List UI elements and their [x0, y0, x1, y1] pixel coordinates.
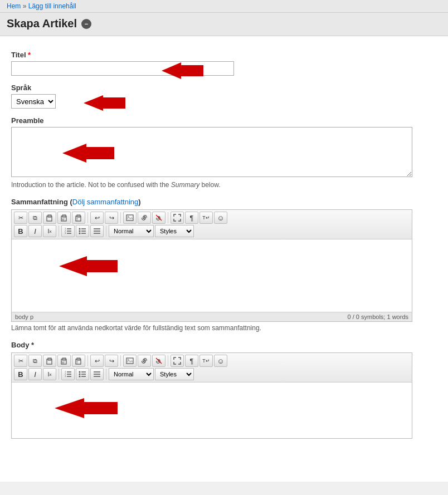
styles-select-2[interactable]: Styles [155, 368, 194, 380]
page-header: Skapa Artikel − [0, 13, 448, 36]
format-select-2[interactable]: Normal Heading 1 Heading 2 Heading 3 [109, 368, 154, 380]
body-toolbar-row2: B I Ix 123 Normal H [14, 368, 410, 380]
svg-point-25 [79, 233, 81, 234]
breadcrumb: Hem » Lägg till innehåll [0, 0, 448, 13]
sammanfattning-toolbar: ✂ ⧉ W T ↩ ↪ [12, 210, 412, 239]
paste-plain-button-2[interactable]: T [72, 355, 85, 367]
sammanfattning-statusbar: body p 0 / 0 symbols; 1 words [12, 312, 412, 321]
show-borders-button[interactable]: T↵ [199, 212, 213, 224]
svg-rect-33 [62, 358, 66, 360]
preamble-hint: Introduction to the article. Not to be c… [11, 181, 437, 189]
svg-rect-6 [62, 215, 66, 217]
remove-format-button-2[interactable]: Ix [43, 368, 56, 380]
paste-word-button-2[interactable]: W [57, 355, 71, 367]
svg-rect-11 [126, 215, 133, 220]
body-arrow [48, 398, 120, 418]
cut-button[interactable]: ✂ [14, 212, 27, 224]
body-toolbar1-sep3 [168, 355, 168, 366]
svg-rect-31 [48, 358, 51, 360]
bold-button-2[interactable]: B [14, 368, 27, 380]
redo-button[interactable]: ↪ [105, 212, 118, 224]
ordered-list-button-2[interactable]: 123 [61, 368, 75, 380]
svg-rect-9 [77, 215, 80, 217]
svg-marker-0 [162, 62, 203, 79]
link-button[interactable] [138, 212, 151, 224]
svg-marker-29 [59, 256, 118, 276]
body-required: * [30, 341, 35, 349]
emoji-button[interactable]: ☺ [214, 212, 227, 224]
svg-text:3: 3 [65, 375, 66, 378]
unlink-button-2[interactable] [152, 355, 165, 367]
paste-button[interactable] [43, 212, 56, 224]
show-blocks-button-2[interactable]: ¶ [185, 355, 198, 367]
toolbar2-sep2 [106, 226, 106, 237]
breadcrumb-home[interactable]: Hem [7, 2, 21, 10]
show-borders-button-2[interactable]: T↵ [199, 355, 213, 367]
paste-button-2[interactable] [43, 355, 56, 367]
sammanfattning-word-count: 0 / 0 symbols; 1 words [348, 313, 408, 320]
unlink-button[interactable] [152, 212, 165, 224]
sammanfattning-editor: ✂ ⧉ W T ↩ ↪ [11, 209, 412, 322]
svg-point-50 [79, 371, 81, 373]
unordered-list-button-2[interactable] [76, 368, 89, 380]
titel-required: * [26, 51, 31, 59]
svg-rect-38 [126, 358, 133, 364]
sprak-select[interactable]: Svenska English Deutsch [11, 94, 56, 109]
copy-button-2[interactable]: ⧉ [28, 355, 42, 367]
undo-button[interactable]: ↩ [90, 212, 104, 224]
undo-button-2[interactable]: ↩ [90, 355, 104, 367]
breadcrumb-parent[interactable]: Lägg till innehåll [28, 2, 76, 10]
svg-text:W: W [62, 218, 65, 221]
italic-button-2[interactable]: I [28, 368, 42, 380]
body-section: Body * ✂ ⧉ W T [11, 341, 437, 439]
preamble-arrow [56, 144, 117, 163]
show-blocks-button[interactable]: ¶ [185, 212, 198, 224]
paste-word-button[interactable]: W [57, 212, 71, 224]
body-title: Body * [11, 341, 437, 349]
page-title: Skapa Artikel [7, 17, 77, 30]
body-toolbar1-sep1 [87, 355, 88, 366]
preamble-field-group: Preamble Introduction to the article. No… [11, 116, 437, 189]
body-toolbar2-sep1 [59, 369, 59, 380]
svg-text:T: T [76, 218, 78, 221]
preamble-label: Preamble [11, 116, 437, 125]
align-button-1[interactable] [90, 225, 104, 237]
sammanfattning-tags: body p [15, 313, 33, 320]
image-button[interactable] [123, 212, 137, 224]
body-toolbar2-sep2 [106, 369, 106, 380]
image-button-2[interactable] [123, 355, 137, 367]
sammanfattning-toggle[interactable]: Dölj sammanfattning [72, 198, 139, 206]
bold-button-1[interactable]: B [14, 225, 27, 237]
titel-field-group: Titel * [11, 45, 437, 76]
cut-button-2[interactable]: ✂ [14, 355, 27, 367]
copy-button[interactable]: ⧉ [28, 212, 42, 224]
align-button-2[interactable] [90, 368, 104, 380]
svg-rect-36 [77, 358, 80, 360]
toolbar1-sep1 [87, 212, 88, 223]
svg-marker-2 [62, 144, 114, 163]
body-toolbar-row1: ✂ ⧉ W T ↩ ↪ [14, 355, 410, 367]
remove-format-button-1[interactable]: Ix [43, 225, 56, 237]
main-content: Titel * Språk Svenska English Deutsch Pr… [0, 36, 448, 482]
svg-rect-4 [48, 215, 51, 217]
unordered-list-button-1[interactable] [76, 225, 89, 237]
toolbar1-sep2 [120, 212, 121, 223]
link-button-2[interactable] [138, 355, 151, 367]
redo-button-2[interactable]: ↪ [105, 355, 118, 367]
fullscreen-button[interactable] [171, 212, 184, 224]
fullscreen-button-2[interactable] [171, 355, 184, 367]
svg-marker-56 [55, 398, 118, 418]
sprak-arrow [72, 95, 128, 111]
styles-select-1[interactable]: Styles [155, 225, 194, 237]
paste-plain-button[interactable]: T [72, 212, 85, 224]
emoji-button-2[interactable]: ☺ [214, 355, 227, 367]
svg-text:T: T [76, 361, 78, 364]
italic-button-1[interactable]: I [28, 225, 42, 237]
toolbar2-sep1 [59, 226, 59, 237]
tag-body: body p [15, 313, 33, 320]
format-select-1[interactable]: Normal Heading 1 Heading 2 Heading 3 [109, 225, 154, 237]
sammanfattning-toolbar-row1: ✂ ⧉ W T ↩ ↪ [14, 212, 410, 224]
svg-point-51 [79, 374, 81, 375]
ordered-list-button-1[interactable]: 123 [61, 225, 75, 237]
info-icon[interactable]: − [81, 19, 91, 29]
